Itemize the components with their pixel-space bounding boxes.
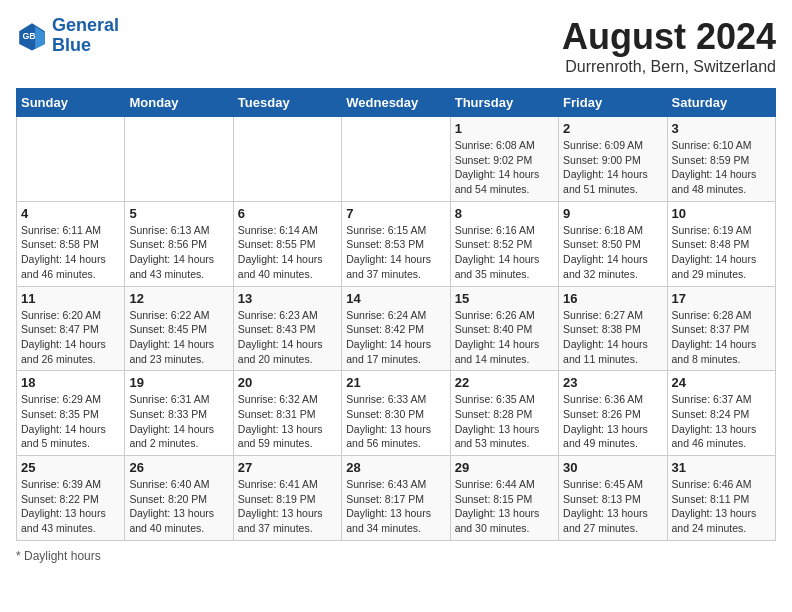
calendar-cell-w3-d3: 13Sunrise: 6:23 AM Sunset: 8:43 PM Dayli… — [233, 286, 341, 371]
day-info: Sunrise: 6:45 AM Sunset: 8:13 PM Dayligh… — [563, 477, 662, 536]
day-number: 18 — [21, 375, 120, 390]
calendar-cell-w3-d2: 12Sunrise: 6:22 AM Sunset: 8:45 PM Dayli… — [125, 286, 233, 371]
day-info: Sunrise: 6:09 AM Sunset: 9:00 PM Dayligh… — [563, 138, 662, 197]
col-tuesday: Tuesday — [233, 89, 341, 117]
day-number: 29 — [455, 460, 554, 475]
day-number: 3 — [672, 121, 771, 136]
calendar-cell-w1-d6: 2Sunrise: 6:09 AM Sunset: 9:00 PM Daylig… — [559, 117, 667, 202]
day-number: 30 — [563, 460, 662, 475]
calendar-cell-w3-d7: 17Sunrise: 6:28 AM Sunset: 8:37 PM Dayli… — [667, 286, 775, 371]
title-section: August 2024 Durrenroth, Bern, Switzerlan… — [562, 16, 776, 76]
footer-note: * Daylight hours — [16, 549, 776, 563]
calendar-week-5: 25Sunrise: 6:39 AM Sunset: 8:22 PM Dayli… — [17, 456, 776, 541]
day-number: 4 — [21, 206, 120, 221]
logo-line1: General — [52, 16, 119, 36]
day-number: 15 — [455, 291, 554, 306]
calendar-table: Sunday Monday Tuesday Wednesday Thursday… — [16, 88, 776, 541]
day-info: Sunrise: 6:14 AM Sunset: 8:55 PM Dayligh… — [238, 223, 337, 282]
day-info: Sunrise: 6:24 AM Sunset: 8:42 PM Dayligh… — [346, 308, 445, 367]
calendar-cell-w5-d2: 26Sunrise: 6:40 AM Sunset: 8:20 PM Dayli… — [125, 456, 233, 541]
calendar-cell-w4-d6: 23Sunrise: 6:36 AM Sunset: 8:26 PM Dayli… — [559, 371, 667, 456]
header-row: Sunday Monday Tuesday Wednesday Thursday… — [17, 89, 776, 117]
calendar-cell-w1-d4 — [342, 117, 450, 202]
day-info: Sunrise: 6:16 AM Sunset: 8:52 PM Dayligh… — [455, 223, 554, 282]
day-info: Sunrise: 6:46 AM Sunset: 8:11 PM Dayligh… — [672, 477, 771, 536]
day-info: Sunrise: 6:35 AM Sunset: 8:28 PM Dayligh… — [455, 392, 554, 451]
page-subtitle: Durrenroth, Bern, Switzerland — [562, 58, 776, 76]
col-sunday: Sunday — [17, 89, 125, 117]
day-number: 28 — [346, 460, 445, 475]
day-info: Sunrise: 6:44 AM Sunset: 8:15 PM Dayligh… — [455, 477, 554, 536]
day-info: Sunrise: 6:33 AM Sunset: 8:30 PM Dayligh… — [346, 392, 445, 451]
day-info: Sunrise: 6:28 AM Sunset: 8:37 PM Dayligh… — [672, 308, 771, 367]
day-number: 8 — [455, 206, 554, 221]
day-info: Sunrise: 6:20 AM Sunset: 8:47 PM Dayligh… — [21, 308, 120, 367]
calendar-week-2: 4Sunrise: 6:11 AM Sunset: 8:58 PM Daylig… — [17, 201, 776, 286]
col-thursday: Thursday — [450, 89, 558, 117]
day-info: Sunrise: 6:19 AM Sunset: 8:48 PM Dayligh… — [672, 223, 771, 282]
col-wednesday: Wednesday — [342, 89, 450, 117]
col-monday: Monday — [125, 89, 233, 117]
calendar-header: Sunday Monday Tuesday Wednesday Thursday… — [17, 89, 776, 117]
day-number: 6 — [238, 206, 337, 221]
logo: GB General Blue — [16, 16, 119, 56]
calendar-cell-w5-d7: 31Sunrise: 6:46 AM Sunset: 8:11 PM Dayli… — [667, 456, 775, 541]
calendar-cell-w2-d6: 9Sunrise: 6:18 AM Sunset: 8:50 PM Daylig… — [559, 201, 667, 286]
day-info: Sunrise: 6:31 AM Sunset: 8:33 PM Dayligh… — [129, 392, 228, 451]
col-saturday: Saturday — [667, 89, 775, 117]
calendar-cell-w1-d7: 3Sunrise: 6:10 AM Sunset: 8:59 PM Daylig… — [667, 117, 775, 202]
day-number: 9 — [563, 206, 662, 221]
calendar-cell-w5-d5: 29Sunrise: 6:44 AM Sunset: 8:15 PM Dayli… — [450, 456, 558, 541]
day-info: Sunrise: 6:32 AM Sunset: 8:31 PM Dayligh… — [238, 392, 337, 451]
day-number: 25 — [21, 460, 120, 475]
day-number: 1 — [455, 121, 554, 136]
calendar-cell-w3-d4: 14Sunrise: 6:24 AM Sunset: 8:42 PM Dayli… — [342, 286, 450, 371]
day-number: 19 — [129, 375, 228, 390]
day-info: Sunrise: 6:10 AM Sunset: 8:59 PM Dayligh… — [672, 138, 771, 197]
calendar-cell-w3-d5: 15Sunrise: 6:26 AM Sunset: 8:40 PM Dayli… — [450, 286, 558, 371]
day-number: 27 — [238, 460, 337, 475]
calendar-cell-w2-d4: 7Sunrise: 6:15 AM Sunset: 8:53 PM Daylig… — [342, 201, 450, 286]
calendar-cell-w3-d1: 11Sunrise: 6:20 AM Sunset: 8:47 PM Dayli… — [17, 286, 125, 371]
calendar-cell-w4-d5: 22Sunrise: 6:35 AM Sunset: 8:28 PM Dayli… — [450, 371, 558, 456]
day-info: Sunrise: 6:27 AM Sunset: 8:38 PM Dayligh… — [563, 308, 662, 367]
calendar-cell-w4-d3: 20Sunrise: 6:32 AM Sunset: 8:31 PM Dayli… — [233, 371, 341, 456]
calendar-cell-w1-d5: 1Sunrise: 6:08 AM Sunset: 9:02 PM Daylig… — [450, 117, 558, 202]
calendar-cell-w5-d6: 30Sunrise: 6:45 AM Sunset: 8:13 PM Dayli… — [559, 456, 667, 541]
day-info: Sunrise: 6:08 AM Sunset: 9:02 PM Dayligh… — [455, 138, 554, 197]
day-info: Sunrise: 6:23 AM Sunset: 8:43 PM Dayligh… — [238, 308, 337, 367]
calendar-cell-w1-d1 — [17, 117, 125, 202]
day-number: 2 — [563, 121, 662, 136]
logo-icon: GB — [16, 20, 48, 52]
calendar-week-4: 18Sunrise: 6:29 AM Sunset: 8:35 PM Dayli… — [17, 371, 776, 456]
calendar-body: 1Sunrise: 6:08 AM Sunset: 9:02 PM Daylig… — [17, 117, 776, 541]
day-info: Sunrise: 6:26 AM Sunset: 8:40 PM Dayligh… — [455, 308, 554, 367]
day-number: 20 — [238, 375, 337, 390]
calendar-cell-w4-d1: 18Sunrise: 6:29 AM Sunset: 8:35 PM Dayli… — [17, 371, 125, 456]
logo-line2: Blue — [52, 36, 119, 56]
calendar-cell-w4-d7: 24Sunrise: 6:37 AM Sunset: 8:24 PM Dayli… — [667, 371, 775, 456]
calendar-cell-w2-d2: 5Sunrise: 6:13 AM Sunset: 8:56 PM Daylig… — [125, 201, 233, 286]
day-info: Sunrise: 6:43 AM Sunset: 8:17 PM Dayligh… — [346, 477, 445, 536]
day-number: 17 — [672, 291, 771, 306]
calendar-cell-w3-d6: 16Sunrise: 6:27 AM Sunset: 8:38 PM Dayli… — [559, 286, 667, 371]
day-number: 24 — [672, 375, 771, 390]
day-number: 21 — [346, 375, 445, 390]
day-info: Sunrise: 6:39 AM Sunset: 8:22 PM Dayligh… — [21, 477, 120, 536]
day-number: 12 — [129, 291, 228, 306]
page-header: GB General Blue August 2024 Durrenroth, … — [16, 16, 776, 76]
day-info: Sunrise: 6:40 AM Sunset: 8:20 PM Dayligh… — [129, 477, 228, 536]
day-number: 7 — [346, 206, 445, 221]
calendar-cell-w1-d2 — [125, 117, 233, 202]
day-number: 22 — [455, 375, 554, 390]
calendar-week-3: 11Sunrise: 6:20 AM Sunset: 8:47 PM Dayli… — [17, 286, 776, 371]
calendar-cell-w5-d1: 25Sunrise: 6:39 AM Sunset: 8:22 PM Dayli… — [17, 456, 125, 541]
calendar-cell-w5-d4: 28Sunrise: 6:43 AM Sunset: 8:17 PM Dayli… — [342, 456, 450, 541]
svg-marker-1 — [35, 26, 45, 48]
calendar-cell-w4-d2: 19Sunrise: 6:31 AM Sunset: 8:33 PM Dayli… — [125, 371, 233, 456]
day-info: Sunrise: 6:36 AM Sunset: 8:26 PM Dayligh… — [563, 392, 662, 451]
calendar-cell-w2-d7: 10Sunrise: 6:19 AM Sunset: 8:48 PM Dayli… — [667, 201, 775, 286]
day-info: Sunrise: 6:37 AM Sunset: 8:24 PM Dayligh… — [672, 392, 771, 451]
day-info: Sunrise: 6:15 AM Sunset: 8:53 PM Dayligh… — [346, 223, 445, 282]
day-number: 26 — [129, 460, 228, 475]
